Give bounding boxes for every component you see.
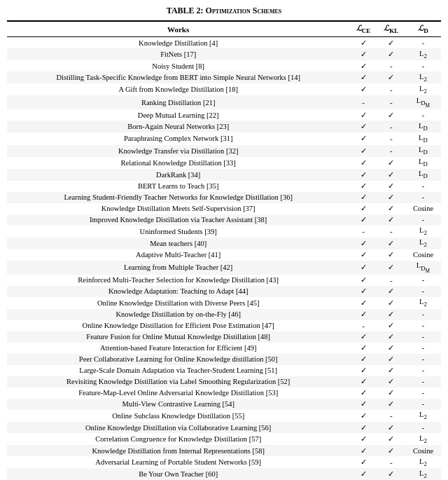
work-name: Learning Student-Friendly Teacher Networ… (7, 192, 349, 203)
kl-value: ✓ (377, 48, 405, 60)
table-row: Noisy Student [8]✓-- (7, 60, 441, 71)
ce-value: ✓ (349, 261, 377, 275)
d-value: L2 (405, 226, 441, 238)
work-name: Online Subclass Knowledge Distillation [… (7, 410, 349, 422)
table-row: Online Knowledge Distillation with Diver… (7, 297, 441, 309)
table-body: Knowledge Distillation [4]✓✓-FitNets [17… (7, 37, 441, 480)
d-value: - (405, 320, 441, 331)
d-value: - (405, 422, 441, 433)
d-value: L2 (405, 410, 441, 422)
ce-value: ✓ (349, 83, 377, 95)
ce-value: - (349, 95, 377, 109)
ce-value: ✓ (349, 109, 377, 121)
work-name: Adaptive Multi-Teacher [41] (7, 249, 349, 261)
table-row: Distilling Task-Specific Knowledge from … (7, 71, 441, 83)
ce-value: ✓ (349, 331, 377, 343)
ce-value: ✓ (349, 169, 377, 181)
table-row: Paraphrasing Complex Network [31]✓-LD (7, 132, 441, 144)
kl-value: ✓ (377, 109, 405, 121)
d-value: Cosine (405, 445, 441, 456)
d-value: - (405, 376, 441, 388)
kl-value: ✓ (377, 37, 405, 49)
ce-value: ✓ (349, 145, 377, 157)
table-row: Online Subclass Knowledge Distillation [… (7, 410, 441, 422)
ce-value: ✓ (349, 388, 377, 399)
work-name: A Gift from Knowledge Distillation [18] (7, 83, 349, 95)
d-value: L2 (405, 468, 441, 480)
ce-value: ✓ (349, 249, 377, 261)
d-value: L2 (405, 48, 441, 60)
work-name: Improved Knowledge Distillation via Teac… (7, 214, 349, 226)
table-row: Knowledge Distillation from Internal Rep… (7, 445, 441, 456)
table-row: A Gift from Knowledge Distillation [18]✓… (7, 83, 441, 95)
kl-value: - (377, 60, 405, 71)
table-row: Feature-Map-Level Online Adversarial Kno… (7, 388, 441, 399)
table-row: Knowledge Distillation Meets Self-Superv… (7, 203, 441, 214)
work-name: Adversarial Learning of Portable Student… (7, 456, 349, 468)
d-value: - (405, 192, 441, 203)
d-value: LDM (405, 261, 441, 275)
kl-value: ✓ (377, 309, 405, 320)
ce-value: - (349, 226, 377, 238)
work-name: Peer Collaborative Learning for Online K… (7, 354, 349, 365)
table-row: FitNets [17]✓✓L2 (7, 48, 441, 60)
ce-value: ✓ (349, 354, 377, 365)
ce-value: ✓ (349, 71, 377, 83)
d-value: Cosine (405, 249, 441, 261)
col-header-works: Works (7, 21, 349, 37)
ce-value: ✓ (349, 238, 377, 249)
ce-value: ✓ (349, 275, 377, 286)
kl-value: ✓ (377, 261, 405, 275)
table-row: Ranking Distillation [21]--LDM (7, 95, 441, 109)
table-row: Revisiting Knowledge Distillation via La… (7, 376, 441, 388)
kl-value: ✓ (377, 343, 405, 354)
ce-value: ✓ (349, 365, 377, 376)
work-name: Large-Scale Domain Adaptation via Teache… (7, 365, 349, 376)
table-row: Feature Fusion for Online Mutual Knowled… (7, 331, 441, 343)
ce-value: ✓ (349, 422, 377, 433)
kl-value: - (377, 456, 405, 468)
work-name: Noisy Student [8] (7, 60, 349, 71)
page: TABLE 2: Optimization Schemes Works ℒCE … (0, 0, 448, 480)
kl-value: - (377, 132, 405, 144)
kl-value: - (377, 121, 405, 132)
table-row: Learning Student-Friendly Teacher Networ… (7, 192, 441, 203)
d-value: - (405, 399, 441, 410)
d-value: - (405, 309, 441, 320)
table-row: Knowledge Adaptation: Teaching to Adapt … (7, 286, 441, 297)
kl-value: - (377, 275, 405, 286)
table-row: Reinforced Multi-Teacher Selection for K… (7, 275, 441, 286)
d-value: - (405, 388, 441, 399)
work-name: Ranking Distillation [21] (7, 95, 349, 109)
ce-value: ✓ (349, 410, 377, 422)
kl-value: ✓ (377, 376, 405, 388)
main-table: Works ℒCE ℒKL ℒD Knowledge Distillation … (7, 20, 441, 480)
ce-value: ✓ (349, 456, 377, 468)
d-value: - (405, 109, 441, 121)
ce-value: ✓ (349, 468, 377, 480)
table-title: TABLE 2: Optimization Schemes (7, 6, 441, 16)
kl-value: ✓ (377, 203, 405, 214)
work-name: Paraphrasing Complex Network [31] (7, 132, 349, 144)
work-name: Be Your Own Teacher [60] (7, 468, 349, 480)
d-value: L2 (405, 456, 441, 468)
ce-value: ✓ (349, 60, 377, 71)
work-name: Reinforced Multi-Teacher Selection for K… (7, 275, 349, 286)
ce-value: ✓ (349, 157, 377, 169)
table-row: Learning from Multiple Teacher [42]✓✓LDM (7, 261, 441, 275)
work-name: Relational Knowledge Distillation [33] (7, 157, 349, 169)
d-value: LDM (405, 95, 441, 109)
ce-value: ✓ (349, 376, 377, 388)
kl-value: ✓ (377, 238, 405, 249)
table-row: Adversarial Learning of Portable Student… (7, 456, 441, 468)
d-value: LD (405, 157, 441, 169)
table-row: Be Your Own Teacher [60]✓✓L2 (7, 468, 441, 480)
ce-value: ✓ (349, 203, 377, 214)
work-name: Distilling Task-Specific Knowledge from … (7, 71, 349, 83)
kl-value: - (377, 145, 405, 157)
kl-value: ✓ (377, 422, 405, 433)
kl-value: ✓ (377, 169, 405, 181)
ce-value: - (349, 320, 377, 331)
work-name: Online Knowledge Distillation via Collab… (7, 422, 349, 433)
d-value: - (405, 214, 441, 226)
